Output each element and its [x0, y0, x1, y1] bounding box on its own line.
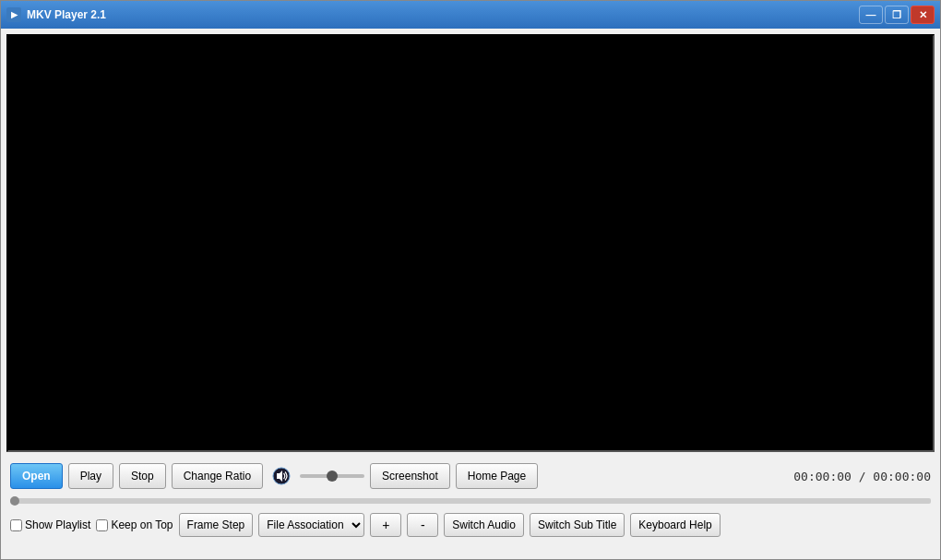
- progress-bar[interactable]: [10, 498, 931, 504]
- volume-slider-container: [300, 474, 364, 478]
- keep-on-top-text: Keep on Top: [111, 518, 173, 531]
- title-bar-buttons: — ❐ ✕: [859, 6, 935, 24]
- window-title: MKV Player 2.1: [27, 8, 106, 21]
- show-playlist-checkbox[interactable]: [10, 519, 22, 531]
- video-area: [6, 34, 935, 452]
- open-button[interactable]: Open: [10, 463, 63, 489]
- file-association-dropdown[interactable]: File Association: [258, 513, 364, 537]
- show-playlist-text: Show Playlist: [25, 518, 90, 531]
- stop-button[interactable]: Stop: [119, 463, 166, 489]
- change-ratio-button[interactable]: Change Ratio: [172, 463, 263, 489]
- minimize-button[interactable]: —: [859, 6, 883, 24]
- controls-row1: Open Play Stop Change Ratio Screenshot H…: [10, 461, 931, 491]
- play-button[interactable]: Play: [68, 463, 113, 489]
- minus-button[interactable]: -: [407, 513, 438, 537]
- app-icon: ▶: [6, 7, 21, 22]
- switch-sub-title-button[interactable]: Switch Sub Title: [530, 513, 625, 537]
- main-window: ▶ MKV Player 2.1 — ❐ ✕ Open Play Stop Ch…: [0, 0, 941, 560]
- restore-button[interactable]: ❐: [885, 6, 909, 24]
- controls-area: Open Play Stop Change Ratio Screenshot H…: [1, 458, 940, 559]
- progress-row: [10, 494, 931, 507]
- screenshot-button[interactable]: Screenshot: [370, 463, 450, 489]
- close-button[interactable]: ✕: [911, 6, 935, 24]
- speaker-icon: [272, 467, 291, 485]
- progress-bar-container: [10, 495, 931, 506]
- switch-audio-button[interactable]: Switch Audio: [444, 513, 524, 537]
- time-display: 00:00:00 / 00:00:00: [793, 470, 931, 483]
- volume-slider[interactable]: [300, 474, 364, 478]
- title-bar: ▶ MKV Player 2.1 — ❐ ✕: [1, 1, 940, 29]
- home-page-button[interactable]: Home Page: [456, 463, 538, 489]
- plus-button[interactable]: +: [370, 513, 401, 537]
- frame-step-button[interactable]: Frame Step: [179, 513, 254, 537]
- controls-row2: Show Playlist Keep on Top Frame Step Fil…: [10, 511, 931, 539]
- show-playlist-label[interactable]: Show Playlist: [10, 518, 90, 531]
- title-bar-left: ▶ MKV Player 2.1: [6, 7, 106, 22]
- keyboard-help-button[interactable]: Keyboard Help: [630, 513, 720, 537]
- volume-icon[interactable]: [268, 463, 294, 489]
- keep-on-top-checkbox[interactable]: [96, 519, 108, 531]
- keep-on-top-label[interactable]: Keep on Top: [96, 518, 173, 531]
